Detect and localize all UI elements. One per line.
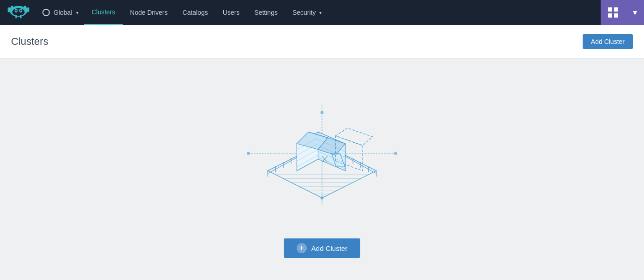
- brand-logo-area[interactable]: [0, 0, 37, 25]
- page-title: Clusters: [11, 36, 48, 48]
- svg-point-58: [321, 196, 324, 200]
- svg-rect-14: [608, 13, 612, 18]
- nav-item-node-drivers[interactable]: Node Drivers: [123, 0, 175, 25]
- svg-point-8: [15, 10, 17, 11]
- global-dropdown[interactable]: Global ▾: [37, 0, 84, 25]
- add-cluster-center-label: Add Cluster: [311, 244, 347, 252]
- brand-logo-icon: [7, 4, 30, 21]
- svg-rect-10: [15, 15, 17, 18]
- nav-item-clusters[interactable]: Clusters: [84, 0, 122, 25]
- apps-grid-button[interactable]: [601, 0, 626, 25]
- add-cluster-center-button[interactable]: + Add Cluster: [284, 238, 360, 258]
- chevron-down-icon: ▾: [633, 7, 637, 18]
- nav-right: ▾: [601, 0, 644, 25]
- globe-icon: [42, 9, 50, 16]
- user-menu-button[interactable]: ▾: [626, 0, 644, 25]
- chevron-down-icon: ▾: [76, 10, 78, 15]
- nav-item-users[interactable]: Users: [215, 0, 247, 25]
- svg-point-57: [321, 111, 324, 114]
- security-chevron-icon: ▾: [319, 10, 322, 15]
- page-header: Clusters Add Cluster: [0, 25, 644, 59]
- svg-rect-12: [608, 7, 612, 12]
- nav-item-catalogs[interactable]: Catalogs: [175, 0, 215, 25]
- add-cluster-header-button[interactable]: Add Cluster: [583, 34, 633, 49]
- global-label: Global: [54, 9, 72, 16]
- svg-rect-11: [20, 15, 21, 18]
- svg-point-59: [247, 152, 250, 155]
- nav-item-settings[interactable]: Settings: [247, 0, 285, 25]
- empty-state: + Add Cluster: [0, 59, 644, 280]
- empty-state-illustration: [225, 86, 419, 225]
- nav-items: Global ▾ Clusters Node Drivers Catalogs …: [37, 0, 601, 25]
- svg-rect-15: [614, 13, 618, 18]
- svg-rect-13: [614, 7, 618, 12]
- navbar: Global ▾ Clusters Node Drivers Catalogs …: [0, 0, 644, 25]
- svg-point-9: [20, 10, 21, 11]
- grid-icon: [607, 6, 620, 19]
- svg-point-60: [394, 152, 397, 155]
- plus-icon: +: [297, 243, 307, 253]
- svg-point-5: [12, 8, 25, 16]
- nav-item-security[interactable]: Security ▾: [285, 0, 329, 25]
